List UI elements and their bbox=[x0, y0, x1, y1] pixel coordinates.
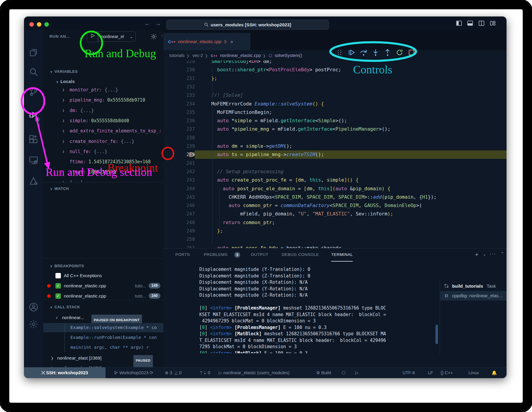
command-center[interactable]: users_modules [SSH: workshop2023] bbox=[166, 20, 329, 30]
chevron-right-icon[interactable]: ❯ bbox=[62, 137, 64, 146]
bug-icon[interactable]: ⬡ bbox=[342, 367, 346, 378]
account-icon[interactable] bbox=[28, 302, 39, 312]
checkbox-checked[interactable]: ✓ bbox=[55, 283, 61, 289]
close-traffic-light[interactable] bbox=[29, 22, 34, 27]
more-actions-icon[interactable]: ··· bbox=[489, 251, 496, 257]
line-number[interactable]: 240 bbox=[172, 150, 195, 159]
line-number[interactable]: 230 bbox=[172, 66, 195, 74]
tab-terminal[interactable]: TERMINAL bbox=[331, 248, 353, 262]
code-line[interactable]: 237 auto *pipeline_mng = mField.getInter… bbox=[163, 125, 507, 133]
variable-row[interactable]: ❯pipeline_mng: 0x555558db9710 bbox=[43, 96, 163, 105]
chevron-right-icon[interactable]: ❯ bbox=[62, 116, 64, 125]
more-actions-icon[interactable]: ··· bbox=[161, 32, 163, 39]
line-number[interactable]: 232 bbox=[172, 83, 195, 91]
notifications-bell-icon[interactable]: 🔔 bbox=[492, 367, 497, 378]
encoding-item[interactable]: UTF-8 bbox=[403, 367, 415, 378]
variables-header[interactable]: ∨VARIABLES bbox=[50, 69, 78, 74]
checkbox-checked[interactable]: ✓ bbox=[55, 293, 61, 299]
continue-icon[interactable] bbox=[348, 49, 355, 56]
chevron-right-icon[interactable]: ❯ bbox=[62, 85, 64, 94]
drag-grip-icon[interactable] bbox=[336, 49, 343, 56]
code-line[interactable]: 247 mField, pip_domain, "U", "MAT_ELASTI… bbox=[163, 210, 507, 218]
chevron-right-icon[interactable]: ❯ bbox=[62, 106, 64, 115]
line-number[interactable]: 244 bbox=[172, 185, 195, 193]
code-line[interactable]: 249 }; bbox=[163, 227, 507, 235]
maximize-traffic-light[interactable] bbox=[44, 22, 49, 27]
code-line[interactable]: 251 auto post_proc_fe_bdy = boost::make_… bbox=[163, 244, 507, 248]
minimize-traffic-light[interactable] bbox=[37, 22, 41, 27]
chevron-right-icon[interactable]: ❯ bbox=[62, 126, 64, 135]
stop-icon[interactable] bbox=[408, 49, 415, 56]
line-number[interactable]: 234 bbox=[172, 100, 195, 108]
run-icon[interactable]: ▷ bbox=[355, 367, 358, 378]
tab-debug-console[interactable]: DEBUG CONSOLE bbox=[282, 248, 319, 261]
code-editor[interactable]: 229SmartPetscObj<DM> dm;230 boost::share… bbox=[163, 61, 507, 248]
line-number[interactable]: 247 bbox=[172, 210, 195, 218]
code-line[interactable]: 250 bbox=[163, 235, 507, 244]
code-line[interactable]: 233//! [Solve] bbox=[163, 91, 507, 99]
code-line[interactable]: 245 CHKERR AddHOOps<SPACE_DIM, SPACE_DIM… bbox=[163, 193, 507, 201]
terminal-list-item-task[interactable]: build_tutorials Task ✓ bbox=[440, 281, 507, 291]
terminal-output[interactable]: Displacement magnitude (Y-Translation): … bbox=[163, 266, 433, 353]
code-line[interactable]: 248 return common_ptr; bbox=[163, 218, 507, 227]
step-out-icon[interactable] bbox=[384, 49, 391, 56]
step-over-icon[interactable] bbox=[360, 49, 367, 56]
code-line[interactable]: 238 bbox=[163, 134, 507, 142]
tab-output[interactable]: OUTPUT bbox=[251, 248, 269, 261]
chevron-right-icon[interactable]: ❯ bbox=[62, 147, 64, 156]
code-line[interactable]: 244 auto post_proc_ele_domain = [dm, thi… bbox=[163, 185, 507, 193]
variable-row[interactable]: ❯monitor_ptr: {...} bbox=[43, 85, 163, 94]
language-item[interactable]: {} C++ bbox=[441, 367, 453, 378]
locals-group[interactable]: ∨Locals bbox=[56, 79, 75, 84]
code-line[interactable]: 229SmartPetscObj<DM> dm; bbox=[163, 61, 507, 66]
extensions-icon[interactable] bbox=[28, 134, 39, 144]
problems-item[interactable]: ⊗ 3 △ 0 bbox=[165, 367, 182, 378]
explorer-icon[interactable] bbox=[28, 47, 39, 58]
code-line[interactable]: 242 // Setup postprocessing bbox=[163, 167, 507, 176]
line-number[interactable]: 233 bbox=[172, 91, 195, 99]
line-number[interactable]: 246 bbox=[172, 201, 195, 210]
stack-frame[interactable]: main(int argc, char ** argv) r bbox=[43, 343, 163, 352]
line-number[interactable]: 250 bbox=[172, 235, 195, 244]
chevron-down-icon[interactable]: ⌄ bbox=[483, 252, 486, 256]
code-line[interactable]: 230 boost::shared_ptr<PostProcEleBdy> po… bbox=[163, 66, 507, 74]
cmake-tools-icon[interactable] bbox=[28, 176, 39, 186]
ports-item[interactable]: ⇡⇣ 0 bbox=[199, 367, 210, 378]
line-number[interactable]: 229 bbox=[172, 61, 195, 66]
code-line[interactable]: 234MoFEMErrorCode Example::solveSystem()… bbox=[163, 100, 507, 108]
tab-nonlinear-elastic[interactable]: C++ nonlinear_elastic.cpp 3 × bbox=[163, 33, 250, 50]
breakpoint-row[interactable]: ✓ nonlinear_elastic.cpp tuto... 149 bbox=[43, 281, 163, 290]
settings-gear-icon[interactable] bbox=[28, 319, 39, 329]
toggle-panel-icon[interactable] bbox=[467, 21, 473, 27]
line-number[interactable]: 243 bbox=[172, 176, 195, 184]
remote-indicator[interactable]: ⤫ SSH: workshop2023 bbox=[24, 367, 106, 378]
customize-layout-icon[interactable] bbox=[490, 21, 496, 27]
debug-settings-gear-icon[interactable] bbox=[150, 33, 157, 41]
debug-config-dropdown[interactable]: nonlinear_el⌄ bbox=[98, 31, 136, 42]
chevron-right-icon[interactable]: ❯ bbox=[62, 178, 64, 182]
line-number[interactable]: 251 bbox=[172, 244, 195, 248]
line-number[interactable]: 236 bbox=[172, 117, 195, 125]
variable-row[interactable]: ❯{...} bbox=[43, 178, 163, 182]
remote-explorer-icon[interactable] bbox=[28, 155, 39, 165]
close-icon[interactable]: × bbox=[230, 39, 233, 44]
code-line[interactable]: 236 auto *simple = mField.getInterface<S… bbox=[163, 117, 507, 125]
thread-row[interactable]: ❯ nonlinear_elast [2370] PAUSED bbox=[43, 364, 163, 367]
debug-target-item[interactable]: ▷ nonlinear_elastic (users_modules) bbox=[219, 367, 290, 378]
line-number[interactable]: 239 bbox=[172, 142, 195, 150]
code-line[interactable]: 239 auto dm = simple->getDM(); bbox=[163, 142, 507, 150]
code-line[interactable]: 240 auto ts = pipeline_mng->createTSIM()… bbox=[163, 150, 507, 159]
toggle-sidebar-icon[interactable] bbox=[456, 21, 462, 27]
code-line[interactable]: 232 bbox=[163, 83, 507, 91]
exception-breakpoint-row[interactable]: All C++ Exceptions bbox=[43, 271, 163, 280]
back-arrow-icon[interactable]: ← bbox=[144, 20, 150, 27]
branch-item[interactable]: Workshop2023 ⟳ bbox=[114, 367, 153, 378]
start-debug-button[interactable] bbox=[87, 31, 98, 42]
terminal-scrollbar[interactable] bbox=[435, 325, 438, 344]
variable-row[interactable]: ❯simple: 0x555558db8dd0 bbox=[43, 116, 163, 125]
restart-icon[interactable] bbox=[396, 49, 403, 56]
split-editor-layout-icon[interactable] bbox=[479, 21, 484, 27]
checkbox-unchecked[interactable] bbox=[55, 273, 61, 278]
maximize-panel-icon[interactable]: ⌃ bbox=[501, 251, 504, 256]
terminal-list-item-debug[interactable]: cppdbg: nonlinear_elas... bbox=[440, 291, 507, 301]
